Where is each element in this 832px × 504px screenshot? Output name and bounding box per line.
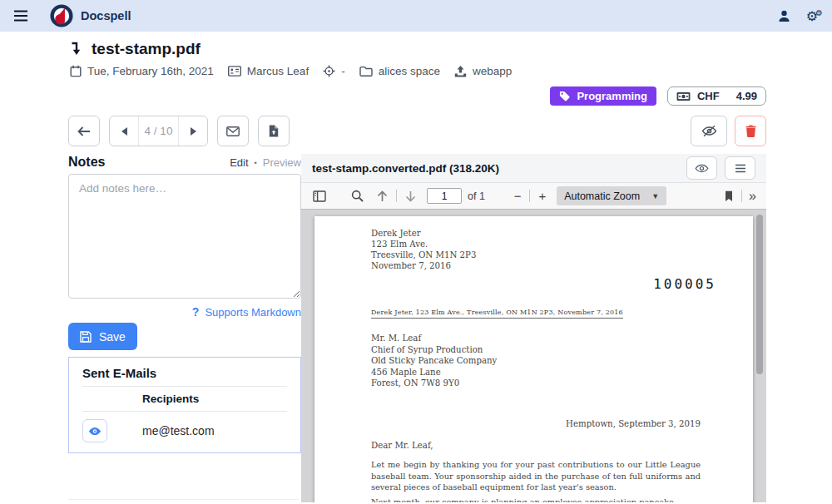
save-notes-button[interactable]: Save: [68, 323, 137, 350]
bookmark-button[interactable]: [721, 190, 736, 202]
floppy-save-icon: [80, 331, 92, 343]
search-icon: [351, 190, 364, 202]
page-down-button[interactable]: [402, 190, 419, 202]
page-number-input[interactable]: [427, 188, 462, 204]
sent-emails-card: Sent E-Mails Recipients me@test.com: [68, 357, 301, 453]
search-button[interactable]: [348, 190, 367, 202]
markdown-hint-link[interactable]: ? Supports Markdown: [68, 305, 301, 319]
chevron-down-icon: ▼: [651, 192, 659, 200]
pdf-scrollbar-thumb[interactable]: [756, 215, 763, 374]
item-nav-toolbar: 4 / 10: [68, 116, 301, 146]
attachment-filename: test-stamp.converted.pdf (318.20K): [312, 162, 499, 175]
item-concerning: -: [323, 65, 345, 77]
caret-left-icon: [121, 127, 127, 136]
tag-icon: [559, 91, 570, 101]
sent-emails-heading: Sent E-Mails: [82, 366, 287, 387]
letter-paragraph: Let me begin by thanking you for your pa…: [371, 459, 701, 493]
trash-icon: [745, 125, 756, 137]
left-panel: 4 / 10: [53, 116, 301, 502]
sent-email-row: me@test.com: [82, 419, 287, 442]
envelope-icon: [226, 126, 240, 136]
badge-row: Programming CHF 4.99: [53, 86, 766, 106]
eye-outline-icon: [695, 164, 709, 173]
pdfjs-toolbar: of 1 − + Automatic Zoom ▼ »: [301, 183, 766, 210]
notes-link-separator: •: [255, 159, 257, 167]
preview-attachment-button[interactable]: [686, 156, 717, 180]
stamp-number: 100005: [653, 276, 716, 292]
letter-sender-block: Derek Jeter 123 Elm Ave. Treesville, ON …: [371, 228, 476, 271]
pdf-page: Derek Jeter 123 Elm Ave. Treesville, ON …: [314, 216, 753, 502]
settings-gears-icon[interactable]: ⚙⚙: [806, 8, 820, 24]
docspell-logo-icon: [50, 4, 73, 27]
delete-item-button[interactable]: [735, 116, 766, 146]
item-metadata-row: Tue, February 16th, 2021 Marcus Leaf -: [70, 65, 766, 77]
menu-lines-icon: [735, 164, 746, 173]
toggle-visibility-button[interactable]: [691, 116, 727, 146]
letter-return-address-line: Derek Jeter, 123 Elm Ave., Treesville, O…: [371, 309, 623, 319]
bookmark-icon: [725, 190, 733, 202]
letter-paragraph-clipped: Next month, our company is planning an e…: [371, 497, 701, 502]
id-card-icon: [228, 66, 241, 77]
app-title: Docspell: [81, 9, 131, 22]
letter-recipient-block: Mr. M. Leaf Chief of Syrup Production Ol…: [371, 333, 497, 389]
arrow-up-icon: [377, 190, 388, 202]
attachment-header: test-stamp.converted.pdf (318.20K): [301, 154, 766, 183]
item-date: Tue, February 16th, 2021: [70, 65, 214, 77]
hamburger-icon: [13, 9, 28, 22]
arrow-left-icon: [77, 126, 91, 137]
caret-right-icon: [191, 127, 196, 136]
add-files-button[interactable]: [258, 116, 290, 146]
recipient-address: me@test.com: [142, 424, 215, 437]
pdf-viewer: test-stamp.converted.pdf (318.20K): [301, 154, 766, 502]
zoom-out-button[interactable]: −: [511, 189, 525, 203]
secondary-toolbar-toggle[interactable]: »: [747, 189, 758, 204]
item-source: webapp: [454, 65, 512, 77]
letter-salutation: Dear Mr. Leaf,: [371, 441, 433, 450]
attachment-actions: [301, 116, 766, 146]
item-download-icon: [70, 42, 82, 57]
recipients-column-header: Recipients: [82, 387, 287, 412]
item-correspondent: Marcus Leaf: [228, 65, 309, 77]
zoom-in-button[interactable]: +: [535, 189, 549, 203]
attachment-menu-button[interactable]: [725, 156, 755, 180]
crosshair-icon: [323, 65, 335, 77]
menu-toggle-button[interactable]: [12, 7, 30, 25]
user-icon[interactable]: [777, 9, 791, 23]
next-section-divider: [68, 499, 299, 500]
attachment-panel: test-stamp.converted.pdf (318.20K): [301, 116, 766, 502]
letter-place-date: Hemptown, September 3, 2019: [371, 419, 701, 428]
notes-preview-link[interactable]: Preview: [263, 156, 301, 169]
sidebar-toggle-icon: [313, 190, 326, 202]
item-title: test-stamp.pdf: [92, 40, 201, 58]
file-upload-icon: [269, 125, 279, 137]
question-mark-icon: ?: [192, 305, 200, 319]
notes-heading: Notes: [68, 155, 105, 170]
sidebar-toggle-button[interactable]: [310, 190, 329, 202]
send-mail-button[interactable]: [217, 116, 249, 146]
upload-icon: [454, 66, 467, 77]
page-count-label: of 1: [468, 190, 485, 202]
item-pager: 4 / 10: [109, 116, 208, 146]
notes-edit-link[interactable]: Edit: [230, 156, 248, 169]
next-item-button[interactable]: [179, 116, 207, 146]
pdf-viewport[interactable]: Derek Jeter 123 Elm Ave. Treesville, ON …: [301, 210, 766, 502]
page-up-button[interactable]: [374, 190, 391, 202]
calendar-icon: [70, 65, 82, 77]
back-button[interactable]: [68, 116, 100, 146]
amount-badge[interactable]: CHF 4.99: [667, 86, 766, 106]
folder-icon: [359, 66, 373, 77]
top-navbar: Docspell ⚙⚙: [0, 0, 832, 32]
item-detail-page: test-stamp.pdf Tue, February 16th, 2021 …: [0, 32, 832, 502]
pager-position: 4 / 10: [138, 116, 179, 146]
prev-item-button[interactable]: [110, 116, 138, 146]
money-icon: [676, 91, 691, 101]
arrow-down-icon: [405, 190, 416, 202]
eye-slash-icon: [701, 125, 717, 137]
zoom-level-select[interactable]: Automatic Zoom ▼: [557, 186, 666, 205]
item-folder: alices space: [359, 65, 440, 77]
view-email-button[interactable]: [82, 419, 107, 442]
tag-badge[interactable]: Programming: [550, 86, 656, 106]
eye-icon: [88, 427, 102, 436]
notes-textarea[interactable]: [68, 174, 301, 299]
